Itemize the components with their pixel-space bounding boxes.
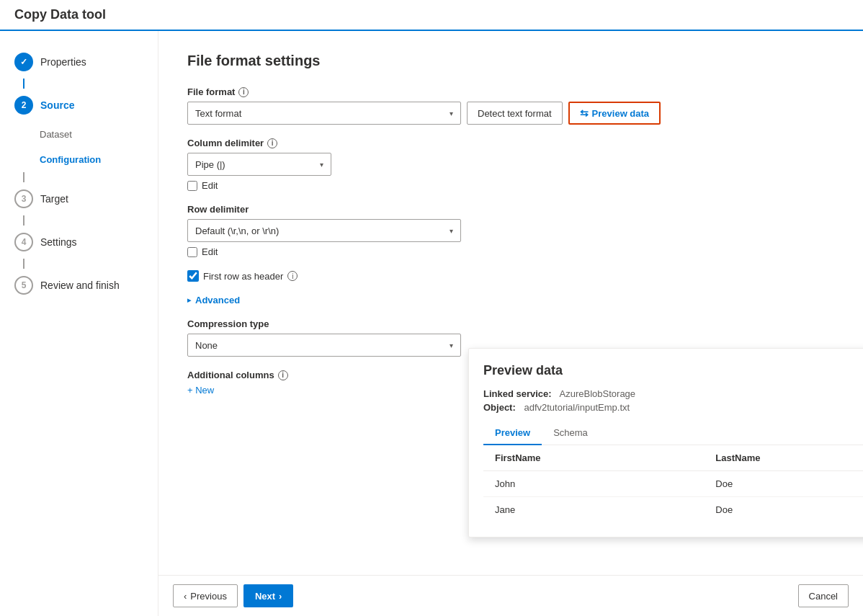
sidebar-item-dataset[interactable]: Dataset <box>0 122 158 147</box>
preview-data-panel: Preview data ⤢ ✕ Linked service: AzureBl… <box>468 348 863 537</box>
section-title: File format settings <box>187 53 834 69</box>
file-format-select[interactable]: Text format ▾ <box>187 102 461 125</box>
link-icon: ⇆ <box>580 107 589 119</box>
column-delimiter-edit-checkbox[interactable] <box>187 181 197 191</box>
sidebar-item-target-label: Target <box>40 193 68 205</box>
next-chevron-icon: › <box>279 591 282 602</box>
preview-data-button[interactable]: ⇆ Preview data <box>568 102 661 125</box>
first-row-header-checkbox[interactable] <box>187 270 199 282</box>
target-step-circle: 3 <box>14 189 33 208</box>
preview-row2-firstname: Jane <box>483 497 704 523</box>
bottom-bar-left: ‹ Previous Next › <box>173 584 293 607</box>
sidebar-item-properties-label: Properties <box>40 56 86 68</box>
sidebar-item-configuration[interactable]: Configuration <box>0 147 158 172</box>
next-button[interactable]: Next › <box>243 584 294 607</box>
sidebar-item-settings-label: Settings <box>40 236 77 248</box>
add-new-label: + New <box>187 385 214 396</box>
compression-type-value: None <box>195 340 218 351</box>
prev-chevron-icon: ‹ <box>184 591 187 602</box>
preview-object: Object: adfv2tutorial/inputEmp.txt <box>483 402 863 413</box>
sidebar-item-review-label: Review and finish <box>40 280 120 291</box>
connector-1 <box>23 79 24 89</box>
column-delimiter-group: Column delimiter i Pipe (|) ▾ Edit <box>187 138 834 191</box>
compression-type-label: Compression type <box>187 318 834 329</box>
row-delimiter-group: Row delimiter Default (\r,\n, or \r\n) ▾… <box>187 204 834 257</box>
advanced-chevron-icon: ▸ <box>187 296 191 304</box>
file-format-value: Text format <box>195 108 241 119</box>
preview-col-lastname: LastName <box>704 445 863 471</box>
row-delimiter-edit-checkbox[interactable] <box>187 247 197 257</box>
table-row: John Doe <box>483 471 863 497</box>
sidebar-item-dataset-label: Dataset <box>40 129 72 140</box>
content-area: File format settings File format i Text … <box>158 31 863 616</box>
sidebar-item-review[interactable]: 5 Review and finish <box>0 269 158 302</box>
sidebar-item-source[interactable]: 2 Source <box>0 89 158 122</box>
advanced-row[interactable]: ▸ Advanced <box>187 295 834 305</box>
first-row-info-icon[interactable]: i <box>287 271 298 281</box>
properties-step-circle: ✓ <box>14 53 33 71</box>
table-row: Jane Doe <box>483 497 863 523</box>
preview-row1-firstname: John <box>483 471 704 497</box>
previous-button[interactable]: ‹ Previous <box>173 584 238 607</box>
column-delimiter-value: Pipe (|) <box>195 159 225 170</box>
sidebar-item-source-label: Source <box>40 99 74 111</box>
app-title-bar: Copy Data tool <box>0 0 863 31</box>
file-format-chevron: ▾ <box>450 110 453 117</box>
row-delimiter-edit-row: Edit <box>187 246 834 257</box>
preview-panel-header: Preview data ⤢ ✕ <box>483 363 863 380</box>
column-delimiter-select[interactable]: Pipe (|) ▾ <box>187 153 331 176</box>
file-format-label: File format i <box>187 86 834 97</box>
sidebar-item-settings[interactable]: 4 Settings <box>0 226 158 259</box>
preview-tab-preview[interactable]: Preview <box>483 421 542 445</box>
preview-table-head: FirstName LastName <box>483 445 863 471</box>
column-delimiter-chevron: ▾ <box>320 161 323 169</box>
column-delimiter-label: Column delimiter i <box>187 138 834 148</box>
advanced-label: Advanced <box>195 295 240 305</box>
advanced-group: ▸ Advanced <box>187 295 834 305</box>
additional-columns-info-icon[interactable]: i <box>278 370 288 380</box>
row-delimiter-select[interactable]: Default (\r,\n, or \r\n) ▾ <box>187 219 461 242</box>
row-delimiter-value: Default (\r,\n, or \r\n) <box>195 226 279 236</box>
row-delimiter-edit-label: Edit <box>202 246 218 257</box>
app-title: Copy Data tool <box>14 7 106 22</box>
first-row-header-row: First row as header i <box>187 270 834 282</box>
connector-4 <box>23 259 24 269</box>
review-step-circle: 5 <box>14 276 33 295</box>
preview-tabs: Preview Schema <box>483 421 863 445</box>
first-row-header-group: First row as header i <box>187 270 834 282</box>
sidebar: ✓ Properties 2 Source Dataset Configurat… <box>0 31 158 616</box>
preview-col-firstname: FirstName <box>483 445 704 471</box>
first-row-header-label: First row as header <box>203 271 283 282</box>
sidebar-item-configuration-label: Configuration <box>40 154 101 165</box>
preview-table-header-row: FirstName LastName <box>483 445 863 471</box>
connector-3 <box>23 215 24 226</box>
row-delimiter-label: Row delimiter <box>187 204 834 215</box>
compression-type-select[interactable]: None ▾ <box>187 334 461 357</box>
file-format-info-icon[interactable]: i <box>238 87 249 97</box>
detect-text-format-button[interactable]: Detect text format <box>467 102 563 125</box>
column-delimiter-edit-row: Edit <box>187 180 834 191</box>
bottom-bar: ‹ Previous Next › Cancel <box>158 575 863 616</box>
preview-row1-lastname: Doe <box>704 471 863 497</box>
column-delimiter-info-icon[interactable]: i <box>267 138 277 148</box>
source-step-circle: 2 <box>14 96 33 115</box>
sidebar-item-target[interactable]: 3 Target <box>0 182 158 215</box>
connector-2 <box>23 172 24 182</box>
preview-linked-service: Linked service: AzureBlobStorage <box>483 388 863 399</box>
compression-type-chevron: ▾ <box>450 342 453 349</box>
preview-row2-lastname: Doe <box>704 497 863 523</box>
bottom-bar-right: Cancel <box>798 584 849 607</box>
main-container: ✓ Properties 2 Source Dataset Configurat… <box>0 31 863 616</box>
file-format-group: File format i Text format ▾ Detect text … <box>187 86 834 125</box>
row-delimiter-chevron: ▾ <box>450 227 453 235</box>
sidebar-item-properties[interactable]: ✓ Properties <box>0 45 158 79</box>
column-delimiter-edit-label: Edit <box>202 180 218 191</box>
cancel-button[interactable]: Cancel <box>798 584 849 607</box>
settings-step-circle: 4 <box>14 233 33 251</box>
preview-panel-title: Preview data <box>483 363 563 378</box>
preview-table: FirstName LastName John Doe Jane Doe <box>483 445 863 522</box>
preview-tab-schema[interactable]: Schema <box>542 421 599 445</box>
file-format-row: Text format ▾ Detect text format ⇆ Previ… <box>187 102 834 125</box>
preview-table-body: John Doe Jane Doe <box>483 471 863 523</box>
